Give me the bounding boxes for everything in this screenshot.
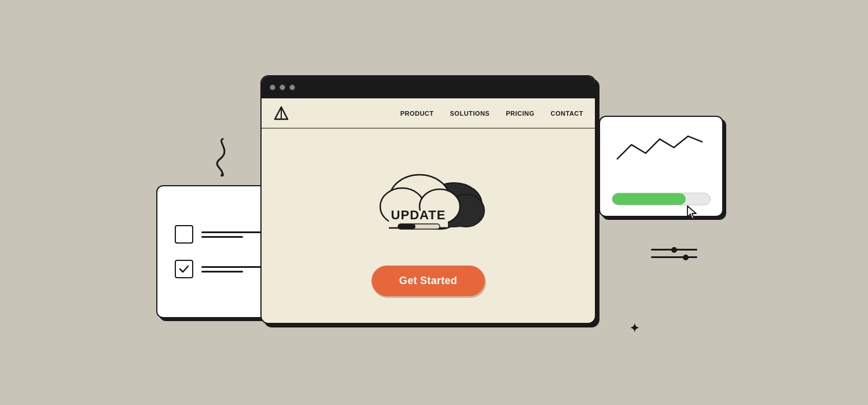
slider-knob-1	[671, 247, 677, 253]
squiggle-decoration	[205, 136, 240, 176]
checklist-item-2	[175, 260, 265, 278]
browser-navbar: PRODUCT SOLUTIONS PRICING CONTACT	[262, 98, 595, 128]
scene: PRODUCT SOLUTIONS PRICING CONTACT	[0, 0, 868, 405]
slider-knob-2	[683, 255, 689, 260]
cursor-icon	[685, 204, 702, 222]
traffic-dot-1	[270, 84, 275, 90]
traffic-dot-2	[279, 84, 285, 90]
svg-rect-12	[398, 224, 415, 229]
line-3	[201, 266, 265, 268]
slider-row-2	[651, 256, 697, 258]
chart-card	[599, 116, 723, 217]
svg-text:UPDATE: UPDATE	[391, 208, 446, 222]
nav-contact[interactable]: CONTACT	[551, 110, 583, 117]
browser-window: PRODUCT SOLUTIONS PRICING CONTACT	[260, 75, 596, 324]
slider-track-2	[651, 256, 697, 258]
cloud-illustration: UPDATE	[365, 156, 492, 248]
browser-titlebar	[262, 76, 595, 98]
nav-logo	[273, 105, 289, 122]
nav-links: PRODUCT SOLUTIONS PRICING CONTACT	[400, 110, 583, 117]
nav-pricing[interactable]: PRICING	[506, 110, 534, 117]
progress-bar-fill	[612, 193, 686, 205]
checkbox-checked	[175, 260, 193, 278]
checklist-lines-1	[201, 231, 265, 238]
checkbox-unchecked	[175, 225, 193, 244]
nav-solutions[interactable]: SOLUTIONS	[450, 110, 490, 117]
line-2	[201, 236, 243, 238]
checklist-lines-2	[201, 266, 265, 273]
sparkle-decoration: ✦	[630, 321, 639, 335]
progress-bar-container	[612, 193, 711, 205]
chart-svg	[612, 127, 711, 168]
traffic-dot-3	[289, 84, 295, 90]
slider-track-1	[651, 249, 697, 251]
sliders-decoration	[651, 249, 697, 258]
line-4	[201, 271, 243, 273]
slider-row-1	[651, 249, 697, 251]
line-1	[201, 231, 265, 233]
nav-product[interactable]: PRODUCT	[400, 110, 434, 117]
checklist-item-1	[175, 225, 265, 244]
browser-content: UPDATE Get Started	[262, 128, 595, 323]
get-started-button[interactable]: Get Started	[372, 266, 485, 296]
